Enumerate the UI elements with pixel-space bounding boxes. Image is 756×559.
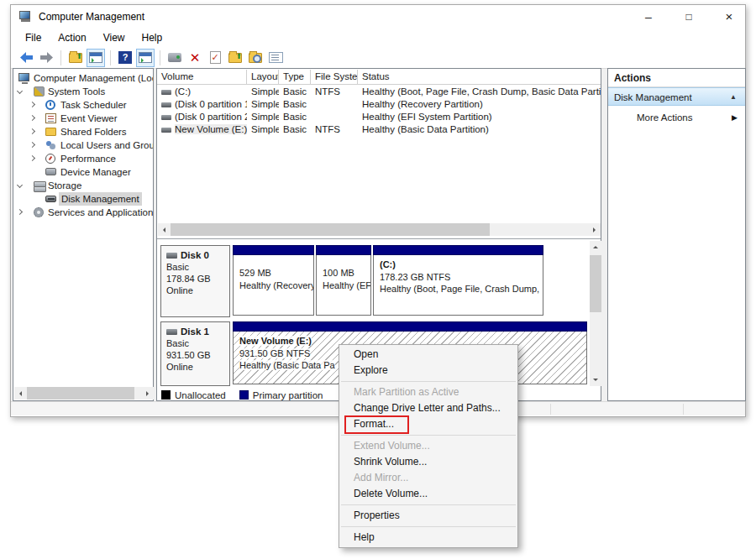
menu-help[interactable]: Help bbox=[134, 30, 171, 45]
menu-separator bbox=[341, 381, 516, 382]
disk0-header[interactable]: Disk 0 Basic 178.84 GB Online bbox=[160, 245, 230, 317]
scrollbar-thumb[interactable] bbox=[171, 223, 490, 236]
task-scheduler-icon bbox=[45, 100, 55, 110]
menu-item-help[interactable]: Help bbox=[339, 530, 517, 546]
volume-row[interactable]: (Disk 0 partition 1) Simple Basic Health… bbox=[157, 98, 601, 111]
tree-item-device-manager[interactable]: Device Manager bbox=[13, 165, 153, 179]
menu-view[interactable]: View bbox=[95, 30, 134, 45]
menu-separator bbox=[341, 504, 516, 505]
tree-item-local-users-and-groups[interactable]: Local Users and Groups bbox=[13, 138, 153, 152]
menu-item-explore[interactable]: Explore bbox=[339, 363, 517, 379]
disk0-row: Disk 0 Basic 178.84 GB Online 529 MB Hea… bbox=[160, 245, 587, 317]
event-viewer-icon bbox=[45, 113, 56, 123]
minimize-button[interactable]: – bbox=[634, 8, 663, 25]
submenu-arrow-icon: ▶ bbox=[732, 108, 738, 127]
disk1-header[interactable]: Disk 1 Basic 931.50 GB Online bbox=[160, 321, 230, 386]
show-console-tree-icon[interactable] bbox=[87, 49, 105, 67]
disk-management-icon bbox=[45, 196, 56, 202]
chevron-right-icon[interactable] bbox=[29, 102, 35, 107]
column-header-volume[interactable]: Volume bbox=[157, 70, 247, 84]
collapse-icon[interactable]: ▲ bbox=[730, 88, 737, 107]
tree-item-storage[interactable]: Storage bbox=[13, 179, 153, 192]
tree-item-computer-management[interactable]: Computer Management (Local bbox=[13, 71, 153, 85]
column-header-status[interactable]: Status bbox=[358, 70, 601, 84]
menu-item-extend-volume: Extend Volume... bbox=[339, 438, 517, 454]
maximize-button[interactable]: □ bbox=[675, 8, 703, 25]
scrollbar-thumb[interactable] bbox=[27, 387, 134, 400]
format-highlight-annotation bbox=[344, 415, 409, 434]
forward-icon[interactable] bbox=[37, 49, 55, 67]
disk0-partition-recovery[interactable]: 529 MB Healthy (Recovery bbox=[233, 245, 314, 316]
unallocated-swatch bbox=[161, 390, 171, 400]
menu-item-shrink-volume[interactable]: Shrink Volume... bbox=[339, 454, 517, 470]
volume-row[interactable]: (Disk 0 partition 2) Simple Basic Health… bbox=[157, 111, 601, 123]
tree-horizontal-scrollbar[interactable] bbox=[14, 387, 154, 400]
scroll-right-icon[interactable] bbox=[588, 223, 601, 236]
menu-item-properties[interactable]: Properties bbox=[339, 508, 517, 524]
chevron-right-icon[interactable] bbox=[29, 155, 35, 161]
scroll-down-icon[interactable] bbox=[590, 374, 601, 386]
delete-icon[interactable]: ✕ bbox=[186, 49, 204, 67]
tree-item-event-viewer[interactable]: Event Viewer bbox=[13, 112, 153, 125]
tree-item-task-scheduler[interactable]: Task Scheduler bbox=[13, 98, 153, 112]
device-manager-icon bbox=[45, 168, 56, 175]
open-folder-icon[interactable] bbox=[226, 49, 244, 67]
partition-legend: Unallocated Primary partition bbox=[161, 389, 323, 401]
scroll-up-icon[interactable] bbox=[590, 241, 601, 253]
help-icon[interactable]: ? bbox=[116, 49, 134, 67]
unallocated-label: Unallocated bbox=[175, 390, 226, 400]
scroll-left-icon[interactable] bbox=[158, 223, 171, 236]
tree-item-shared-folders[interactable]: Shared Folders bbox=[13, 125, 153, 138]
scrollbar-thumb[interactable] bbox=[590, 255, 601, 312]
column-header-layout[interactable]: Layout bbox=[247, 70, 279, 84]
toolbar: ? ✕ bbox=[11, 47, 745, 69]
menu-item-delete-volume[interactable]: Delete Volume... bbox=[339, 486, 517, 502]
tree-item-disk-management[interactable]: Disk Management bbox=[13, 192, 153, 206]
menu-separator bbox=[341, 526, 516, 527]
users-icon bbox=[45, 140, 56, 150]
chevron-down-icon[interactable] bbox=[17, 88, 23, 94]
more-actions-item[interactable]: More Actions ▶ bbox=[608, 108, 745, 127]
volume-list-horizontal-scrollbar[interactable] bbox=[158, 223, 601, 236]
menu-bar: File Action View Help bbox=[11, 29, 745, 47]
tree-item-system-tools[interactable]: System Tools bbox=[13, 85, 153, 98]
menu-item-open[interactable]: Open bbox=[339, 347, 517, 363]
chevron-right-icon[interactable] bbox=[29, 142, 35, 148]
actions-group-disk-management[interactable]: Disk Management ▲ bbox=[608, 87, 745, 106]
menu-item-change-drive-letter[interactable]: Change Drive Letter and Paths... bbox=[339, 400, 517, 416]
disk0-partition-efi[interactable]: 100 MB Healthy (EFI S bbox=[316, 245, 371, 316]
tree-item-performance[interactable]: Performance bbox=[13, 152, 153, 165]
back-icon[interactable] bbox=[17, 49, 35, 67]
column-header-type[interactable]: Type bbox=[279, 70, 311, 84]
disk-area-vertical-scrollbar[interactable] bbox=[590, 241, 601, 386]
volume-row-selected[interactable]: New Volume (E:) Simple Basic NTFS Health… bbox=[157, 123, 601, 136]
partition-context-menu: Open Explore Mark Partition as Active Ch… bbox=[339, 344, 518, 548]
pane-divider bbox=[157, 238, 601, 239]
menu-item-mark-partition-active: Mark Partition as Active bbox=[339, 384, 517, 400]
close-button[interactable]: × bbox=[715, 8, 743, 25]
chevron-right-icon[interactable] bbox=[29, 128, 35, 134]
column-header-file-system[interactable]: File System bbox=[311, 70, 358, 84]
show-action-pane-icon[interactable] bbox=[136, 49, 155, 67]
scroll-right-icon[interactable] bbox=[141, 387, 154, 400]
verify-doc-icon[interactable] bbox=[206, 49, 224, 67]
system-tools-icon bbox=[34, 86, 45, 97]
shared-folders-icon bbox=[45, 128, 56, 136]
scroll-left-icon[interactable] bbox=[14, 387, 27, 400]
toolbar-separator bbox=[160, 50, 160, 65]
chevron-right-icon[interactable] bbox=[17, 209, 23, 215]
export-folder-icon[interactable] bbox=[66, 49, 85, 67]
tree-item-services-and-applications[interactable]: Services and Applications bbox=[13, 206, 153, 219]
find-folder-icon[interactable] bbox=[246, 49, 265, 67]
chevron-right-icon[interactable] bbox=[29, 115, 35, 121]
menu-file[interactable]: File bbox=[17, 30, 50, 45]
console-pointer-icon[interactable] bbox=[165, 49, 184, 67]
disk0-partition-c[interactable]: (C:) 178.23 GB NTFS Healthy (Boot, Page … bbox=[373, 245, 543, 316]
chevron-down-icon[interactable] bbox=[17, 182, 23, 188]
properties-form-icon[interactable] bbox=[266, 49, 285, 67]
menu-action[interactable]: Action bbox=[50, 30, 94, 45]
volume-row[interactable]: (C:) Simple Basic NTFS Healthy (Boot, Pa… bbox=[157, 86, 601, 98]
partition-color-bar bbox=[233, 245, 314, 255]
volume-icon bbox=[161, 102, 171, 107]
menu-separator bbox=[341, 435, 516, 436]
